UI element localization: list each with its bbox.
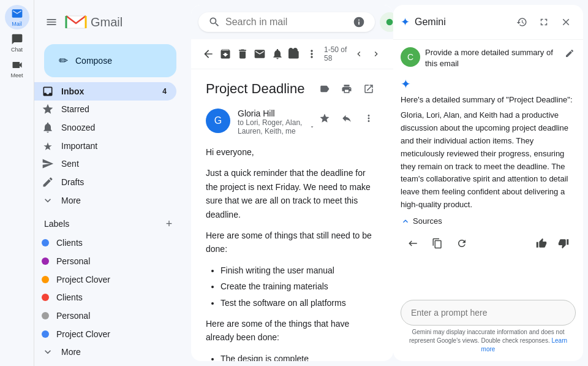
response-sparkle-icon: ✦ (401, 77, 411, 91)
label-item-more-labels[interactable]: More (34, 343, 176, 361)
label-item-personal-2[interactable]: Personal (34, 307, 176, 325)
compose-button[interactable]: ✏ Compose (44, 44, 176, 77)
sidebar: Gmail ✏ Compose Inbox 4 Starred Snoozed … (34, 0, 186, 366)
label-item-clients-1[interactable]: Clients (34, 234, 176, 252)
important-icon (42, 140, 54, 152)
compose-label: Compose (75, 56, 112, 66)
inbox-badge: 4 (162, 87, 167, 96)
mini-mail-label: Mail (12, 21, 22, 27)
mark-unread-button[interactable] (252, 44, 267, 64)
mini-sidebar: Mail Chat Meet (0, 0, 34, 366)
edit-prompt-icon[interactable] (564, 47, 576, 59)
email-header-actions (315, 109, 379, 128)
snooze-icon (42, 121, 54, 134)
disclaimer-text: Gemini may display inaccurate informatio… (409, 329, 565, 344)
email-count: 1-50 of 58 (324, 45, 349, 63)
more-options-button[interactable] (304, 44, 319, 64)
resize-response-button[interactable] (403, 234, 423, 253)
label-item-project-clover-2[interactable]: Project Clover (34, 325, 176, 343)
sources-row[interactable]: Sources (401, 216, 576, 226)
done-item-1: The design is complete (221, 352, 379, 361)
label-item-project-clover-1[interactable]: Project Clover (34, 270, 176, 289)
subject-actions (315, 79, 379, 99)
sidebar-item-sent[interactable]: Sent (34, 155, 176, 173)
label-text-clients-2: Clients (56, 292, 83, 302)
refresh-response-button[interactable] (452, 234, 472, 253)
search-input[interactable] (225, 17, 348, 28)
open-in-new-icon[interactable] (359, 79, 379, 99)
mini-mail[interactable]: Mail (5, 5, 29, 29)
reply-icon[interactable] (337, 109, 356, 128)
prompt-text: Provide a more detailed summary of this … (425, 47, 559, 69)
gemini-close-icon[interactable] (556, 12, 576, 32)
gemini-star-icon: ✦ (401, 15, 410, 29)
label-dot-clients-1 (42, 239, 49, 246)
sender-to-text: to Lori, Roger, Alan, Lauren, Keith, me (238, 118, 308, 135)
search-bar[interactable] (198, 12, 375, 32)
more-labels-icon (42, 346, 54, 358)
inbox-label: Inbox (61, 86, 84, 96)
email-para1: Just a quick reminder that the deadline … (206, 166, 379, 221)
gemini-action-row (401, 234, 576, 253)
add-label-icon[interactable] (315, 79, 334, 99)
label-text-project-clover-2: Project Clover (56, 329, 110, 339)
sidebar-item-important[interactable]: Important (34, 137, 176, 155)
todo-item-3: Test the software on all platforms (221, 296, 379, 310)
email-done-header: Here are some of the things that have al… (206, 317, 379, 345)
snoozed-label: Snoozed (61, 123, 95, 132)
labels-title: Labels (44, 219, 69, 229)
menu-icon[interactable] (39, 10, 64, 34)
user-avatar: C (401, 47, 420, 67)
prompt-row: C Provide a more detailed summary of thi… (401, 47, 576, 69)
gemini-title: Gemini (415, 17, 507, 28)
todo-item-1: Finish writing the user manual (221, 264, 379, 277)
more-labels-label: More (61, 347, 81, 357)
label-text-clients-1: Clients (56, 238, 83, 248)
archive-button[interactable] (218, 44, 233, 64)
snooze-button[interactable] (270, 44, 285, 64)
labels-section-title: Labels + (34, 209, 186, 234)
more-nav-label: More (61, 196, 81, 205)
sidebar-item-inbox[interactable]: Inbox 4 (34, 82, 176, 101)
svg-point-0 (386, 19, 393, 26)
sent-icon (42, 158, 54, 170)
more-email-options-icon[interactable] (359, 109, 379, 128)
back-button[interactable] (201, 44, 216, 64)
mini-meet-label: Meet (10, 72, 23, 78)
gemini-expand-icon[interactable] (534, 12, 554, 32)
next-email-button[interactable] (369, 44, 383, 64)
label-item-clients-2[interactable]: Clients (34, 288, 176, 307)
email-greeting: Hi everyone, (206, 145, 379, 159)
star-email-icon[interactable] (315, 109, 334, 128)
feedback-actions (532, 234, 573, 253)
move-button[interactable] (287, 44, 302, 64)
sidebar-item-starred[interactable]: Starred (34, 101, 176, 119)
more-chevron-icon (42, 194, 54, 207)
label-item-personal-1[interactable]: Personal (34, 252, 176, 270)
gemini-sparkle-row: ✦ (401, 77, 576, 91)
label-text-project-clover-1: Project Clover (56, 275, 110, 284)
email-body: Hi everyone, Just a quick reminder that … (206, 145, 379, 361)
mini-meet[interactable]: Meet (5, 56, 29, 81)
status-indicator[interactable] (380, 12, 393, 32)
star-icon (42, 103, 54, 115)
gemini-prompt-input[interactable] (401, 300, 576, 326)
thumbs-down-button[interactable] (554, 234, 573, 253)
sidebar-item-snoozed[interactable]: Snoozed (34, 118, 176, 137)
sidebar-item-more[interactable]: More (34, 191, 176, 210)
expand-recipients-icon[interactable] (309, 122, 315, 132)
email-toolbar: 1-50 of 58 (191, 39, 393, 69)
copy-response-button[interactable] (428, 234, 447, 253)
gemini-history-icon[interactable] (512, 12, 532, 32)
add-label-button[interactable]: + (162, 216, 176, 231)
sidebar-item-drafts[interactable]: Drafts (34, 173, 176, 191)
delete-button[interactable] (235, 44, 250, 64)
search-filter-icon[interactable] (353, 16, 365, 28)
thumbs-up-button[interactable] (532, 234, 551, 253)
prev-email-button[interactable] (352, 44, 366, 64)
chevron-up-icon (401, 216, 410, 226)
label-dot-clients-2 (42, 294, 49, 301)
print-icon[interactable] (337, 79, 356, 99)
mini-chat[interactable]: Chat (5, 31, 29, 55)
drafts-label: Drafts (61, 177, 84, 187)
